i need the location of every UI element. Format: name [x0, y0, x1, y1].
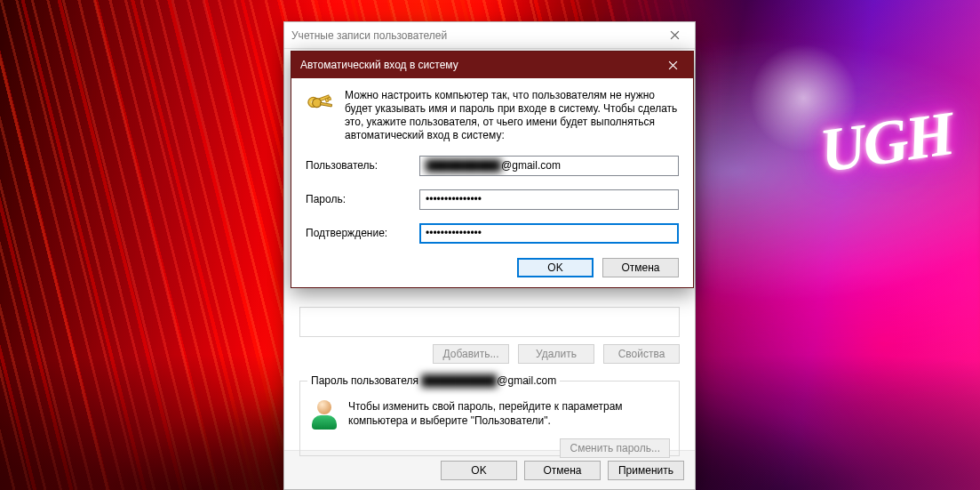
add-user-button: Добавить... [433, 344, 509, 364]
password-groupbox-legend: Пароль пользователя ██████████@gmail.com [307, 374, 560, 387]
confirm-label: Подтверждение: [306, 227, 419, 239]
password-legend-masked-user: ██████████ [421, 374, 497, 387]
confirm-password-input[interactable] [419, 223, 679, 244]
keys-icon [306, 89, 336, 116]
remove-user-button: Удалить [518, 344, 594, 364]
user-row: Пользователь: ██████████ @gmail.com [306, 153, 679, 178]
username-visible: @gmail.com [501, 159, 561, 172]
password-legend-prefix: Пароль пользователя [311, 374, 421, 387]
dialog-ok-button[interactable]: OK [517, 258, 594, 277]
parent-cancel-button[interactable]: Отмена [524, 461, 601, 480]
password-hint-row: Чтобы изменить свой пароль, перейдите к … [309, 399, 670, 430]
user-avatar-icon [309, 399, 339, 430]
user-properties-button: Свойства [603, 344, 680, 364]
svg-rect-6 [320, 102, 331, 107]
dialog-footer: OK Отмена [306, 258, 679, 277]
user-label: Пользователь: [306, 159, 419, 172]
auto-login-dialog: Автоматический вход в систему [291, 51, 694, 288]
close-icon [668, 60, 678, 70]
parent-close-button[interactable] [654, 22, 695, 49]
password-input[interactable] [419, 189, 679, 210]
users-listbox[interactable] [299, 307, 680, 337]
close-icon [670, 30, 680, 40]
password-hint-text: Чтобы изменить свой пароль, перейдите к … [348, 399, 670, 428]
dialog-close-button[interactable] [652, 52, 693, 78]
dialog-title: Автоматический вход в систему [300, 59, 458, 71]
dialog-cancel-button[interactable]: Отмена [602, 258, 679, 277]
password-legend-suffix: @gmail.com [497, 374, 556, 387]
dialog-intro-text: Можно настроить компьютер так, что польз… [345, 89, 679, 142]
confirm-row: Подтверждение: [306, 221, 679, 245]
parent-titlebar[interactable]: Учетные записи пользователей [284, 22, 695, 49]
parent-apply-button[interactable]: Применить [608, 461, 684, 480]
username-input[interactable]: ██████████ @gmail.com [419, 156, 679, 176]
username-masked: ██████████ [426, 159, 501, 172]
parent-title: Учетные записи пользователей [291, 29, 447, 42]
svg-rect-4 [328, 97, 331, 100]
parent-ok-button[interactable]: OK [441, 461, 517, 480]
change-password-button: Сменить пароль... [560, 438, 670, 458]
users-list-buttons: Добавить... Удалить Свойства [299, 344, 680, 364]
dialog-intro: Можно настроить компьютер так, что польз… [306, 89, 679, 142]
dialog-content: Можно настроить компьютер так, что польз… [291, 78, 693, 288]
password-groupbox: Пароль пользователя ██████████@gmail.com… [299, 374, 680, 456]
password-row: Пароль: [306, 187, 679, 212]
password-label: Пароль: [306, 193, 419, 205]
dialog-titlebar[interactable]: Автоматический вход в систему [291, 52, 693, 78]
